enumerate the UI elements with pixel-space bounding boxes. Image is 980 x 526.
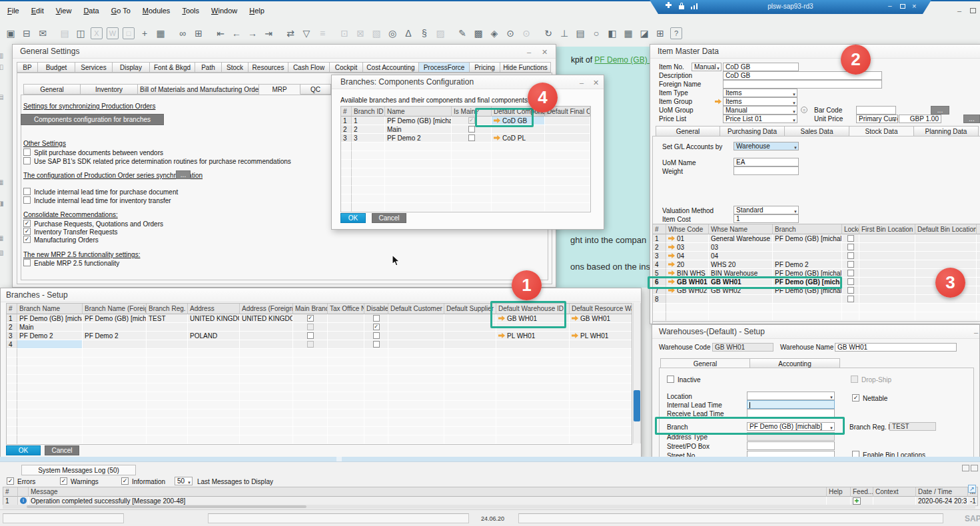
table-row[interactable]: 33PF Demo 2CoD PL [341, 134, 590, 142]
link-arrow-icon[interactable] [668, 236, 675, 242]
column-header-blank[interactable]: # [341, 107, 352, 117]
item-group-combo[interactable]: Items [723, 97, 797, 106]
dock-icon-7[interactable]: ▧ [0, 249, 5, 256]
export-word-icon[interactable]: W [107, 27, 119, 39]
row-checkbox[interactable] [307, 341, 314, 348]
uom-name-input[interactable]: EA [734, 158, 799, 166]
tab-stock[interactable]: Stock [222, 62, 248, 73]
document-settings-icon[interactable]: ◈ [486, 26, 502, 41]
doc-find-icon[interactable]: ▣ [3, 26, 19, 41]
column-header-blank[interactable]: # [7, 304, 17, 314]
table-row[interactable] [341, 151, 590, 160]
minimize-icon[interactable]: – [527, 48, 531, 56]
column-header-name[interactable]: Name [385, 107, 452, 117]
cell[interactable]: PL WH01 [570, 332, 632, 340]
chat-icon[interactable]: ⊙ [518, 26, 534, 41]
dialog-ok-button[interactable]: OK [340, 213, 366, 223]
org-chart-icon[interactable]: ⊥ [556, 26, 572, 41]
item-type-combo[interactable]: Items [723, 89, 797, 97]
column-header-locked[interactable]: Locked [842, 224, 859, 234]
column-header-blank[interactable]: # [653, 224, 666, 234]
first-record-icon[interactable]: ⇤ [213, 26, 229, 41]
table-row[interactable]: 30404 [653, 252, 980, 260]
tab-bill-of-materials-and-manufacturing-orders[interactable]: Bill of Materials and Manufacturing Orde… [138, 84, 259, 95]
tab-general[interactable]: General [23, 84, 81, 95]
cell[interactable]: 04 [666, 252, 709, 260]
table-row[interactable]: 3PF Demo 2PF Demo 2POLANDPL WH01PL WH01 [7, 332, 632, 340]
table-row[interactable] [653, 304, 980, 312]
minimize-icon[interactable]: – [974, 328, 978, 336]
employee-icon[interactable]: ○ [588, 26, 604, 41]
link-arrow-icon[interactable] [572, 333, 578, 339]
row-checkbox[interactable] [468, 117, 475, 124]
column-header-branch[interactable]: Branch [773, 224, 842, 234]
column-header-first-bin-location[interactable]: First Bin Location [859, 224, 915, 234]
table-row[interactable] [7, 418, 632, 427]
worksheet-icon[interactable]: ▤ [572, 26, 588, 41]
link-arrow-icon[interactable] [715, 99, 722, 105]
menu-data[interactable]: Data [77, 7, 105, 15]
tab-font-bkgd[interactable]: Font & Bkgd [150, 62, 195, 73]
row-checkbox[interactable] [847, 244, 854, 250]
tab-hide-functions[interactable]: Hide Functions [500, 62, 551, 73]
report-icon[interactable]: ◪ [636, 26, 652, 41]
link-arrow-icon[interactable] [668, 244, 675, 250]
filter-information-checkbox[interactable] [121, 477, 129, 485]
column-header-default-customer-id[interactable]: Default Customer ID [388, 304, 444, 314]
dock-icon-5[interactable]: ◨ [0, 200, 5, 207]
link-arrow-icon[interactable] [494, 135, 500, 141]
link-arrow-icon[interactable] [668, 262, 675, 268]
column-header-whse-code[interactable]: Whse Code [666, 224, 709, 234]
table-row[interactable] [7, 409, 632, 418]
table-row[interactable] [7, 427, 632, 435]
column-header-whse-name[interactable]: Whse Name [709, 224, 773, 234]
column-header-blank[interactable]: # [3, 487, 18, 497]
tab-inventory[interactable]: Inventory [81, 84, 138, 95]
table-row[interactable]: 22Main [341, 125, 590, 134]
column-header-default-bin-location[interactable]: Default Bin Location [915, 224, 977, 234]
cell[interactable]: 01 [666, 234, 709, 243]
previous-record-icon[interactable]: ← [229, 26, 245, 41]
close-icon[interactable]: ✕ [593, 79, 599, 87]
table-row[interactable] [7, 375, 632, 384]
item-no-combo[interactable]: Manual [692, 63, 722, 71]
branches-ok-button[interactable]: OK [6, 445, 41, 455]
location-combo[interactable] [747, 392, 835, 400]
rdp-restore-button[interactable] [900, 4, 905, 9]
cell[interactable]: 03 [666, 243, 709, 252]
volume-weight-icon[interactable]: § [416, 26, 432, 41]
lead-purchase-checkbox[interactable] [23, 188, 31, 195]
find-icon[interactable]: ∞ [175, 26, 191, 41]
table-row[interactable] [341, 160, 590, 168]
cell[interactable]: CoD PL [492, 134, 545, 142]
tab-path[interactable]: Path [195, 62, 222, 73]
menu-edit[interactable]: Edit [25, 7, 50, 15]
rdp-minimize-button[interactable]: – [888, 2, 892, 9]
unit-price-more-button[interactable]: ... [963, 115, 980, 123]
tab-purchasing-data[interactable]: Purchasing Data [720, 126, 785, 136]
dock-maximize-icon[interactable] [971, 465, 978, 471]
transaction-journal-icon[interactable]: ▨ [432, 26, 448, 41]
messages-hscrollbar-thumb[interactable] [27, 505, 306, 508]
lead-transfer-checkbox[interactable] [23, 196, 31, 204]
valuation-combo[interactable]: Standard [734, 206, 799, 214]
launch-app-icon[interactable]: + [137, 26, 153, 41]
branches-cancel-button[interactable]: Cancel [45, 445, 79, 455]
bar-code-input[interactable] [856, 106, 896, 115]
row-checkbox[interactable] [847, 287, 854, 294]
filter-icon[interactable]: ▽ [298, 26, 314, 41]
edit-icon[interactable]: ✎ [454, 26, 470, 41]
column-header-branch-name-foreign[interactable]: Branch Name (Foreign) [83, 304, 147, 314]
menu-go-to[interactable]: Go To [105, 7, 137, 15]
table-row[interactable] [341, 168, 590, 177]
row-checkbox[interactable] [468, 134, 475, 141]
tab-cockpit[interactable]: Cockpit [330, 62, 363, 73]
print-icon[interactable]: ⊟ [19, 26, 35, 41]
tab-stock-data[interactable]: Stock Data [849, 126, 914, 136]
table-row[interactable] [7, 401, 632, 409]
table-row[interactable] [341, 186, 590, 194]
column-header-branch-name[interactable]: Branch Name [17, 304, 83, 314]
uom-group-combo[interactable]: Manual [723, 106, 797, 115]
tab-processforce[interactable]: ProcessForce [419, 62, 470, 73]
table-row[interactable] [341, 203, 590, 212]
